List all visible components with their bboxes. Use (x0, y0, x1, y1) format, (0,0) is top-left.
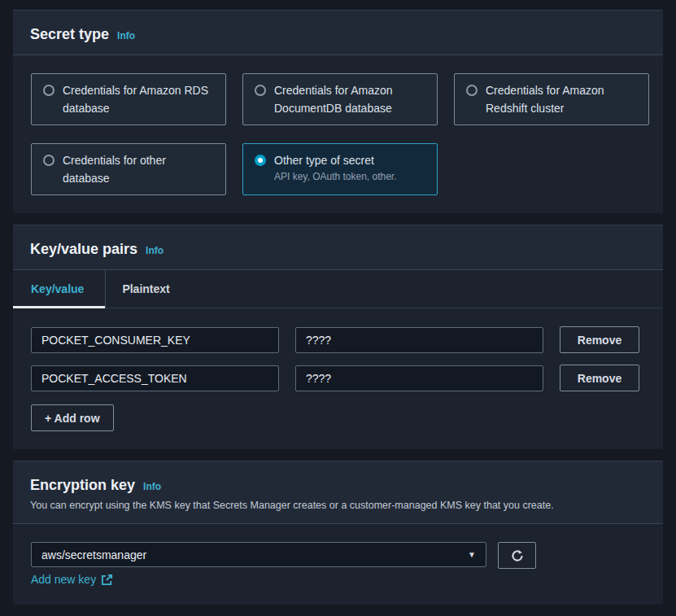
info-link[interactable]: Info (146, 245, 164, 256)
tab-plaintext[interactable]: Plaintext (105, 270, 185, 308)
radio-card-redshift[interactable]: Credentials for Amazon Redshift cluster (454, 73, 649, 125)
secret-type-options: Credentials for Amazon RDS database Cred… (31, 73, 645, 195)
add-new-key-label: Add new key (31, 573, 96, 586)
info-link[interactable]: Info (117, 30, 135, 42)
encryption-key-panel: Encryption key Info You can encrypt usin… (13, 461, 663, 605)
refresh-icon (510, 548, 525, 563)
radio-card-description: API key, OAuth token, other. (274, 170, 397, 183)
kms-key-select[interactable]: aws/secretsmanager ▼ (31, 542, 486, 567)
encryption-key-header: Encryption key Info You can encrypt usin… (13, 461, 663, 524)
add-new-key-link[interactable]: Add new key (31, 573, 113, 586)
add-row-button[interactable]: + Add row (31, 404, 114, 431)
encryption-key-body: aws/secretsmanager ▼ Add new key (13, 524, 663, 605)
keyvalue-body: Remove Remove + Add row (13, 308, 663, 449)
secret-type-body: Credentials for Amazon RDS database Cred… (13, 55, 663, 213)
keyvalue-panel: Key/value pairs Info Key/value Plaintext… (13, 225, 663, 449)
panel-title: Key/value pairs (30, 240, 137, 258)
kms-key-select-value: aws/secretsmanager (41, 548, 146, 561)
radio-card-label: Credentials for Amazon DocumentDB databa… (274, 81, 425, 117)
remove-row-button-1[interactable]: Remove (560, 326, 639, 353)
info-link[interactable]: Info (143, 481, 161, 492)
keyvalue-tabs: Key/value Plaintext (13, 270, 663, 308)
remove-row-button-2[interactable]: Remove (560, 365, 639, 391)
page: Secret type Info Credentials for Amazon … (0, 0, 676, 605)
kv-key-input-2[interactable] (31, 365, 279, 391)
kv-value-input-2[interactable] (295, 365, 543, 391)
panel-title: Secret type (30, 25, 109, 43)
refresh-button[interactable] (498, 542, 536, 569)
kv-value-input-1[interactable] (295, 327, 543, 353)
radio-card-documentdb[interactable]: Credentials for Amazon DocumentDB databa… (242, 73, 438, 125)
radio-card-label: Credentials for Amazon RDS database (63, 81, 214, 117)
radio-card-label: Credentials for other database (63, 151, 214, 187)
radio-button-selected-icon[interactable] (255, 155, 266, 166)
radio-button-icon[interactable] (43, 155, 55, 166)
chevron-down-icon: ▼ (468, 550, 476, 559)
radio-button-icon[interactable] (255, 85, 266, 96)
panel-title: Encryption key (30, 476, 135, 494)
external-link-icon (101, 574, 113, 586)
secret-type-header: Secret type Info (13, 11, 663, 55)
tab-key-value[interactable]: Key/value (13, 270, 105, 308)
radio-card-rds[interactable]: Credentials for Amazon RDS database (31, 73, 226, 125)
kv-key-input-1[interactable] (31, 327, 279, 353)
keyvalue-header: Key/value pairs Info (13, 225, 663, 270)
radio-button-icon[interactable] (43, 85, 55, 96)
radio-card-other-database[interactable]: Credentials for other database (31, 143, 226, 195)
keyvalue-grid: Remove Remove (31, 326, 645, 391)
encryption-key-description: You can encrypt using the KMS key that S… (30, 499, 646, 512)
radio-button-icon[interactable] (466, 85, 478, 96)
radio-card-label: Other type of secret (274, 154, 374, 167)
radio-card-label: Credentials for Amazon Redshift cluster (486, 81, 637, 117)
radio-card-other-secret[interactable]: Other type of secret API key, OAuth toke… (242, 143, 438, 195)
secret-type-panel: Secret type Info Credentials for Amazon … (13, 10, 663, 213)
